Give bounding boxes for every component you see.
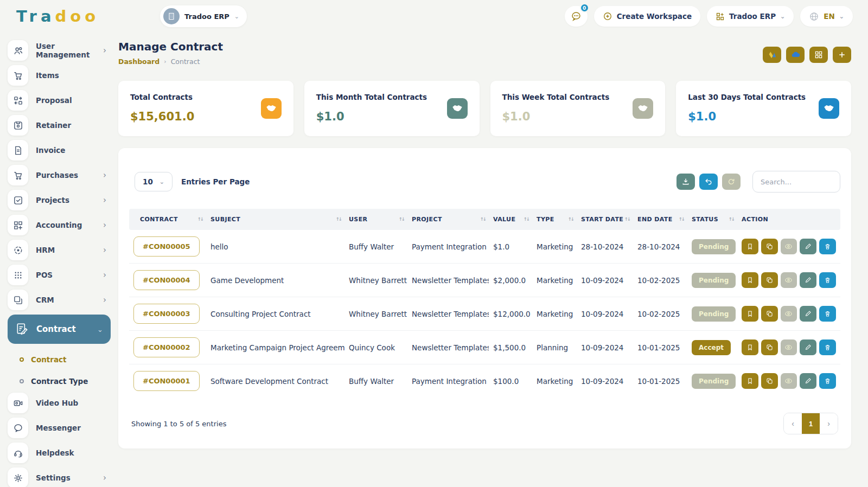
- workspace-selector[interactable]: Tradoo ERP ⌄: [160, 5, 247, 27]
- delete-button[interactable]: [819, 339, 836, 355]
- sidebar-item-items[interactable]: Items ›: [8, 65, 118, 86]
- sidebar-item-settings[interactable]: Settings ›: [8, 467, 118, 487]
- edit-button[interactable]: [800, 373, 816, 389]
- duplicate-button[interactable]: [761, 272, 778, 288]
- sort-icon[interactable]: ↑↓: [197, 216, 203, 222]
- column-header-action[interactable]: ACTION: [737, 209, 840, 230]
- edit-button[interactable]: [800, 239, 816, 254]
- sidebar-item-pos[interactable]: POS ›: [8, 265, 118, 285]
- onedrive-button[interactable]: [786, 47, 805, 63]
- column-header-type[interactable]: TYPE↑↓: [532, 209, 577, 230]
- cell-start-date: 10-09-2024: [577, 297, 633, 331]
- contract-id-badge[interactable]: #CON00002: [133, 337, 200, 357]
- breadcrumb-dashboard[interactable]: Dashboard: [118, 57, 159, 66]
- sidebar-item-retainer[interactable]: Retainer ›: [8, 115, 118, 136]
- sidebar-item-crm[interactable]: CRM ›: [8, 290, 118, 310]
- app-logo[interactable]: Tradoo: [16, 7, 99, 25]
- bookmark-button[interactable]: [742, 339, 758, 355]
- chevron-right-icon: ›: [103, 195, 106, 205]
- workspace-name: Tradoo ERP: [184, 12, 229, 21]
- pagination-next-button[interactable]: ›: [820, 413, 838, 434]
- undo-button[interactable]: [699, 174, 718, 190]
- column-header-user[interactable]: USER↑↓: [344, 209, 407, 230]
- workspace-menu-button[interactable]: Tradoo ERP ⌄: [707, 6, 794, 27]
- sort-icon[interactable]: ↑↓: [480, 216, 486, 222]
- duplicate-button[interactable]: [761, 306, 778, 322]
- delete-button[interactable]: [819, 373, 836, 389]
- contract-id-badge[interactable]: #CON00004: [133, 270, 200, 290]
- view-button[interactable]: [781, 306, 797, 322]
- sidebar-item-video-hub[interactable]: Video Hub ›: [8, 393, 118, 413]
- bookmark-button[interactable]: [742, 239, 758, 254]
- sidebar-item-accounting[interactable]: Accounting ›: [8, 215, 118, 235]
- delete-button[interactable]: [819, 306, 836, 322]
- search-input[interactable]: [752, 171, 840, 193]
- cell-project: Newsletter Templates: [407, 264, 489, 297]
- sidebar-item-contract-parent[interactable]: Contract ⌄: [8, 315, 111, 344]
- column-header-start-date[interactable]: START DATE↑↓: [577, 209, 633, 230]
- sidebar-item-purchases[interactable]: Purchases ›: [8, 165, 118, 185]
- column-header-value[interactable]: VALUE↑↓: [489, 209, 532, 230]
- sort-icon[interactable]: ↑↓: [524, 216, 529, 222]
- sort-icon[interactable]: ↑↓: [336, 216, 341, 222]
- chat-button[interactable]: 0: [565, 6, 588, 27]
- sort-icon[interactable]: ↑↓: [568, 216, 573, 222]
- export-download-button[interactable]: [676, 174, 695, 190]
- bookmark-button[interactable]: [742, 373, 758, 389]
- google-drive-button[interactable]: [763, 47, 781, 63]
- sidebar-item-hrm[interactable]: HRM ›: [8, 240, 118, 260]
- entries-per-page-value: 10: [143, 177, 153, 186]
- pagination-page-1[interactable]: 1: [802, 413, 820, 434]
- status-badge: Pending: [692, 239, 736, 254]
- edit-button[interactable]: [800, 339, 816, 355]
- pagination: ‹ 1 ›: [783, 413, 838, 434]
- chevron-down-icon: ⌄: [159, 178, 164, 185]
- view-button[interactable]: [781, 239, 797, 254]
- sidebar-item-invoice[interactable]: Invoice ›: [8, 140, 118, 161]
- chevron-right-icon: ›: [103, 295, 106, 305]
- create-workspace-button[interactable]: Create Workspace: [594, 6, 700, 27]
- column-header-status[interactable]: STATUS↑↓: [687, 209, 737, 230]
- edit-button[interactable]: [800, 306, 816, 322]
- duplicate-button[interactable]: [761, 239, 778, 254]
- refresh-button[interactable]: [722, 174, 741, 190]
- sidebar-item-projects[interactable]: Projects ›: [8, 190, 118, 210]
- bookmark-button[interactable]: [742, 272, 758, 288]
- download-icon: [681, 177, 690, 186]
- grid-view-button[interactable]: [809, 47, 828, 63]
- sidebar-item-messenger[interactable]: Messenger ›: [8, 418, 118, 438]
- view-button[interactable]: [781, 272, 797, 288]
- bookmark-button[interactable]: [742, 306, 758, 322]
- users-icon: [8, 40, 28, 61]
- sort-icon[interactable]: ↑↓: [399, 216, 404, 222]
- contract-id-badge[interactable]: #CON00001: [133, 371, 200, 391]
- pagination-prev-button[interactable]: ‹: [784, 413, 802, 434]
- view-button[interactable]: [781, 373, 797, 389]
- entries-per-page-select[interactable]: 10 ⌄: [135, 172, 173, 191]
- sidebar-item-user-management[interactable]: User Management ›: [8, 40, 118, 61]
- sidebar-item-helpdesk[interactable]: Helpdesk ›: [8, 443, 118, 463]
- language-selector[interactable]: EN ⌄: [800, 6, 853, 27]
- bookmark-icon: [746, 277, 754, 284]
- sidebar-subitem-contract-type[interactable]: Contract Type: [8, 371, 118, 392]
- contract-id-badge[interactable]: #CON00003: [133, 304, 200, 324]
- add-contract-button[interactable]: [833, 47, 851, 63]
- sort-icon[interactable]: ↑↓: [679, 216, 684, 222]
- column-header-end-date[interactable]: END DATE↑↓: [633, 209, 687, 230]
- column-header-subject[interactable]: SUBJECT↑↓: [206, 209, 344, 230]
- sort-icon[interactable]: ↑↓: [624, 216, 630, 222]
- duplicate-button[interactable]: [761, 339, 778, 355]
- duplicate-button[interactable]: [761, 373, 778, 389]
- delete-button[interactable]: [819, 239, 836, 254]
- sort-icon[interactable]: ↑↓: [729, 216, 734, 222]
- delete-button[interactable]: [819, 272, 836, 288]
- edit-button[interactable]: [800, 272, 816, 288]
- sidebar-item-proposal[interactable]: Proposal ›: [8, 90, 118, 111]
- bullet-icon: [20, 379, 24, 383]
- contracts-table: CONTRACT↑↓SUBJECT↑↓USER↑↓PROJECT↑↓VALUE↑…: [129, 209, 840, 398]
- column-header-project[interactable]: PROJECT↑↓: [407, 209, 489, 230]
- view-button[interactable]: [781, 339, 797, 355]
- column-header-contract[interactable]: CONTRACT↑↓: [129, 209, 206, 230]
- contract-id-badge[interactable]: #CON00005: [133, 236, 200, 257]
- sidebar-subitem-contract[interactable]: Contract: [8, 349, 118, 370]
